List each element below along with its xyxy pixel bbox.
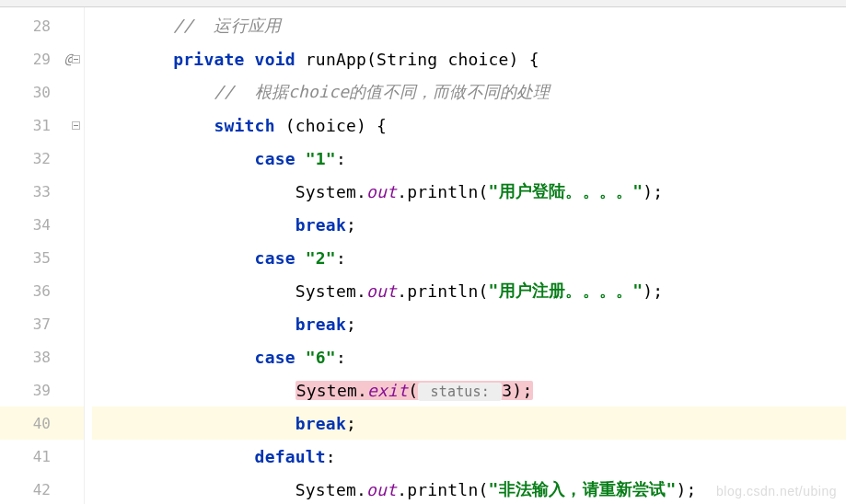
comment: // 运行应用 bbox=[173, 15, 281, 37]
code-line[interactable]: // 运行应用 bbox=[92, 9, 846, 42]
string-literal: "非法输入，请重新尝试" bbox=[489, 478, 677, 500]
line-number[interactable]: 31 bbox=[0, 109, 84, 142]
line-number[interactable]: 41 bbox=[0, 440, 84, 473]
tab-file-2[interactable] bbox=[101, 0, 110, 7]
code-line[interactable]: case "2": bbox=[92, 241, 846, 274]
tab-file-3[interactable] bbox=[184, 0, 193, 7]
keyword-switch: switch bbox=[214, 116, 274, 135]
tab-file-1[interactable] bbox=[18, 0, 28, 7]
keyword-break: break bbox=[296, 414, 346, 433]
string-literal: "用户注册。。。。" bbox=[489, 280, 643, 302]
code-editor[interactable]: 28 29@ 30 31 32 33 34 35 36 37 38 39 40 … bbox=[0, 7, 846, 504]
string-literal: "2" bbox=[306, 248, 336, 268]
code-line-current[interactable]: break; bbox=[92, 407, 846, 440]
line-number[interactable]: 32 bbox=[0, 142, 84, 175]
keyword-break: break bbox=[296, 315, 346, 334]
type: String bbox=[377, 50, 437, 69]
string-literal: "6" bbox=[306, 348, 336, 367]
code-line[interactable]: break; bbox=[92, 208, 846, 241]
watermark: blog.csdn.net/ubing bbox=[716, 484, 837, 498]
static-field-out: out bbox=[366, 281, 397, 301]
code-area[interactable]: // 运行应用 private void runApp(String choic… bbox=[85, 7, 846, 504]
line-number[interactable]: 34 bbox=[0, 208, 84, 241]
keyword-case: case bbox=[255, 348, 296, 367]
line-gutter[interactable]: 28 29@ 30 31 32 33 34 35 36 37 38 39 40 … bbox=[0, 7, 85, 504]
line-number[interactable]: 29@ bbox=[0, 42, 84, 75]
keyword-break: break bbox=[296, 215, 346, 235]
line-number[interactable]: 36 bbox=[0, 274, 84, 307]
code-line[interactable]: case "6": bbox=[92, 340, 846, 373]
comment: // 根据choice的值不同，而做不同的处理 bbox=[214, 81, 550, 103]
line-number[interactable]: 33 bbox=[0, 175, 84, 208]
line-number[interactable]: 28 bbox=[0, 9, 84, 42]
static-field-out: out bbox=[366, 480, 397, 499]
usage-highlight: System.exit( status: 3); bbox=[296, 381, 534, 400]
java-file-icon bbox=[184, 0, 193, 7]
line-number[interactable]: 42 bbox=[0, 473, 84, 504]
code-line[interactable]: System.exit( status: 3); bbox=[92, 373, 846, 407]
fold-icon[interactable] bbox=[72, 55, 80, 63]
code-line[interactable]: System.out.println("用户登陆。。。。"); bbox=[92, 175, 846, 208]
code-line[interactable]: case "1": bbox=[92, 142, 846, 175]
keyword-default: default bbox=[255, 447, 326, 466]
line-number[interactable]: 30 bbox=[0, 75, 84, 109]
string-literal: "1" bbox=[306, 149, 336, 168]
line-number[interactable]: 40 bbox=[0, 407, 84, 440]
fold-icon[interactable] bbox=[72, 121, 80, 130]
method-name: runApp bbox=[306, 50, 366, 69]
param: choice bbox=[447, 50, 508, 69]
code-line[interactable]: private void runApp(String choice) { bbox=[92, 42, 846, 75]
line-number[interactable]: 35 bbox=[0, 241, 84, 274]
identifier: choice bbox=[296, 116, 356, 135]
line-number[interactable]: 38 bbox=[0, 340, 84, 373]
static-method-exit: exit bbox=[367, 381, 408, 400]
code-line[interactable]: // 根据choice的值不同，而做不同的处理 bbox=[92, 75, 846, 109]
editor-tabs bbox=[0, 0, 846, 7]
code-line[interactable]: default: bbox=[92, 440, 846, 473]
static-field-out: out bbox=[366, 182, 397, 201]
keyword-case: case bbox=[255, 248, 296, 268]
keyword-private: private bbox=[173, 50, 244, 69]
line-number[interactable]: 39 bbox=[0, 373, 84, 407]
code-line[interactable]: break; bbox=[92, 307, 846, 340]
keyword-void: void bbox=[255, 50, 296, 69]
code-line[interactable]: switch (choice) { bbox=[92, 109, 846, 142]
keyword-case: case bbox=[255, 149, 296, 168]
line-number[interactable]: 37 bbox=[0, 307, 84, 340]
code-line[interactable]: System.out.println("用户注册。。。。"); bbox=[92, 274, 846, 307]
string-literal: "用户登陆。。。。" bbox=[489, 180, 643, 202]
java-file-icon bbox=[18, 0, 28, 7]
parameter-hint: status: bbox=[418, 383, 502, 401]
java-file-icon bbox=[101, 0, 110, 7]
